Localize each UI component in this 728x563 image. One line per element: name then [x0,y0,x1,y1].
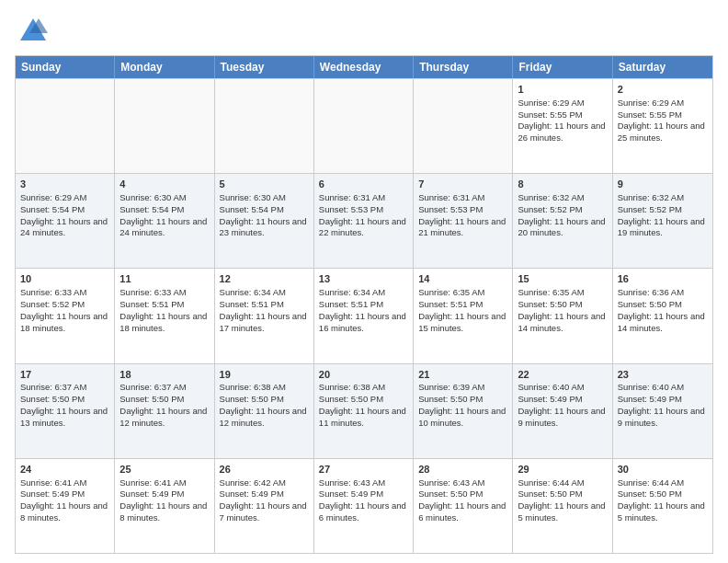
day-info-line: Sunrise: 6:39 AM [418,382,507,394]
calendar-cell-day-7: 7Sunrise: 6:31 AMSunset: 5:53 PMDaylight… [414,174,513,268]
calendar-header: Sunday Monday Tuesday Wednesday Thursday… [16,56,712,78]
day-info-line: Daylight: 11 hours and 5 minutes. [618,500,708,524]
day-info-line: Sunset: 5:50 PM [418,394,507,406]
day-info-line: Daylight: 11 hours and 8 minutes. [119,500,209,524]
day-info-line: Sunrise: 6:33 AM [20,287,109,299]
day-number: 22 [518,368,607,382]
day-number: 18 [119,368,209,382]
day-info-line: Sunrise: 6:35 AM [418,287,507,299]
day-info-line: Sunrise: 6:33 AM [119,287,209,299]
day-info-line: Daylight: 11 hours and 12 minutes. [119,406,209,430]
logo-icon [15,15,48,48]
day-info-line: Daylight: 11 hours and 18 minutes. [20,311,109,335]
day-info-line: Sunrise: 6:38 AM [220,382,309,394]
day-info-line: Daylight: 11 hours and 26 minutes. [518,121,607,144]
day-info-line: Sunrise: 6:34 AM [220,287,309,299]
calendar-cell-day-27: 27Sunrise: 6:43 AMSunset: 5:49 PMDayligh… [314,459,414,553]
day-number: 7 [418,178,507,191]
day-info-line: Daylight: 11 hours and 11 minutes. [319,406,408,430]
day-number: 23 [618,368,708,382]
calendar-cell-day-25: 25Sunrise: 6:41 AMSunset: 5:49 PMDayligh… [115,459,214,553]
day-info-line: Sunset: 5:49 PM [220,488,309,500]
calendar-cell-day-1: 1Sunrise: 6:29 AMSunset: 5:55 PMDaylight… [513,79,612,173]
calendar-cell-day-26: 26Sunrise: 6:42 AMSunset: 5:49 PMDayligh… [215,459,314,553]
day-info-line: Daylight: 11 hours and 14 minutes. [518,311,607,335]
day-info-line: Sunset: 5:52 PM [518,204,607,216]
day-info-line: Sunset: 5:53 PM [418,204,507,216]
day-info-line: Sunset: 5:50 PM [518,488,607,500]
day-number: 14 [418,272,507,286]
day-info-line: Sunrise: 6:34 AM [319,287,408,299]
calendar-body: 1Sunrise: 6:29 AMSunset: 5:55 PMDaylight… [16,78,712,553]
day-info-line: Sunrise: 6:32 AM [618,192,708,204]
calendar-cell-day-16: 16Sunrise: 6:36 AMSunset: 5:50 PMDayligh… [613,269,712,362]
day-info-line: Daylight: 11 hours and 12 minutes. [220,406,309,430]
day-info-line: Daylight: 11 hours and 16 minutes. [319,311,408,335]
day-info-line: Daylight: 11 hours and 24 minutes. [119,216,209,240]
header-wednesday: Wednesday [314,56,414,78]
header-saturday: Saturday [613,56,712,78]
calendar-cell-day-11: 11Sunrise: 6:33 AMSunset: 5:51 PMDayligh… [115,269,214,362]
day-number: 6 [319,178,408,191]
day-info-line: Sunset: 5:50 PM [618,299,708,311]
day-info-line: Sunset: 5:51 PM [319,299,408,311]
day-info-line: Sunset: 5:50 PM [220,394,309,406]
day-info-line: Sunset: 5:50 PM [518,299,607,311]
day-info-line: Sunset: 5:54 PM [220,204,309,216]
day-number: 28 [418,463,507,477]
logo [15,15,51,48]
calendar-cell-day-24: 24Sunrise: 6:41 AMSunset: 5:49 PMDayligh… [16,459,115,553]
calendar-cell-empty [414,79,513,173]
day-info-line: Sunrise: 6:30 AM [220,192,309,204]
day-number: 3 [20,178,109,191]
day-info-line: Sunrise: 6:30 AM [119,192,209,204]
calendar-row-1: 1Sunrise: 6:29 AMSunset: 5:55 PMDaylight… [16,78,712,173]
day-info-line: Sunset: 5:49 PM [119,488,209,500]
calendar-cell-day-9: 9Sunrise: 6:32 AMSunset: 5:52 PMDaylight… [613,174,712,268]
day-info-line: Daylight: 11 hours and 23 minutes. [220,216,309,240]
day-info-line: Sunrise: 6:37 AM [20,382,109,394]
day-number: 25 [119,463,209,477]
calendar-row-2: 3Sunrise: 6:29 AMSunset: 5:54 PMDaylight… [16,173,712,268]
calendar-cell-day-14: 14Sunrise: 6:35 AMSunset: 5:51 PMDayligh… [414,269,513,362]
day-info-line: Sunset: 5:54 PM [119,204,209,216]
day-info-line: Sunset: 5:50 PM [418,488,507,500]
day-info-line: Sunrise: 6:42 AM [220,477,309,489]
day-info-line: Sunset: 5:49 PM [20,488,109,500]
day-number: 2 [618,83,708,97]
header [15,15,713,48]
day-info-line: Daylight: 11 hours and 14 minutes. [618,311,708,335]
calendar-cell-day-23: 23Sunrise: 6:40 AMSunset: 5:49 PMDayligh… [613,364,712,458]
day-info-line: Sunrise: 6:43 AM [418,477,507,489]
day-info-line: Daylight: 11 hours and 10 minutes. [418,406,507,430]
calendar-row-4: 17Sunrise: 6:37 AMSunset: 5:50 PMDayligh… [16,363,712,458]
day-info-line: Sunrise: 6:36 AM [618,287,708,299]
calendar-row-3: 10Sunrise: 6:33 AMSunset: 5:52 PMDayligh… [16,268,712,362]
day-info-line: Daylight: 11 hours and 24 minutes. [20,216,109,240]
calendar-cell-day-13: 13Sunrise: 6:34 AMSunset: 5:51 PMDayligh… [314,269,414,362]
day-info-line: Daylight: 11 hours and 6 minutes. [418,500,507,524]
day-info-line: Sunrise: 6:40 AM [618,382,708,394]
day-number: 19 [220,368,309,382]
day-info-line: Sunrise: 6:41 AM [119,477,209,489]
calendar-cell-day-12: 12Sunrise: 6:34 AMSunset: 5:51 PMDayligh… [215,269,314,362]
day-number: 27 [319,463,408,477]
day-info-line: Sunset: 5:49 PM [319,488,408,500]
calendar-row-5: 24Sunrise: 6:41 AMSunset: 5:49 PMDayligh… [16,458,712,553]
calendar-cell-day-6: 6Sunrise: 6:31 AMSunset: 5:53 PMDaylight… [314,174,414,268]
day-number: 4 [119,178,209,191]
calendar-cell-day-3: 3Sunrise: 6:29 AMSunset: 5:54 PMDaylight… [16,174,115,268]
day-number: 17 [20,368,109,382]
calendar-cell-day-15: 15Sunrise: 6:35 AMSunset: 5:50 PMDayligh… [513,269,612,362]
day-info-line: Daylight: 11 hours and 19 minutes. [618,216,708,240]
day-info-line: Sunset: 5:54 PM [20,204,109,216]
calendar-cell-day-8: 8Sunrise: 6:32 AMSunset: 5:52 PMDaylight… [513,174,612,268]
header-thursday: Thursday [414,56,513,78]
day-info-line: Sunset: 5:49 PM [518,394,607,406]
day-info-line: Daylight: 11 hours and 5 minutes. [518,500,607,524]
day-number: 1 [518,83,607,97]
day-info-line: Sunset: 5:52 PM [618,204,708,216]
day-info-line: Daylight: 11 hours and 18 minutes. [119,311,209,335]
day-number: 29 [518,463,607,477]
day-info-line: Daylight: 11 hours and 15 minutes. [418,311,507,335]
